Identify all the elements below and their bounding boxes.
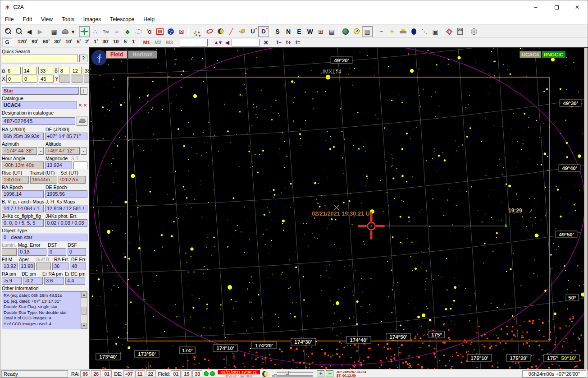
azimuth-field[interactable]: +174° 44' 38'' xyxy=(2,147,37,155)
south-button[interactable]: S xyxy=(272,26,283,37)
east-button[interactable]: E xyxy=(294,26,305,37)
x3-input[interactable] xyxy=(39,75,54,83)
rise-field[interactable]: 13h10m xyxy=(2,176,29,184)
object-type-field[interactable]: 0 - clean star xyxy=(2,234,87,241)
zoom-level-90deg[interactable]: 90° xyxy=(29,38,41,46)
zoom-level-60deg[interactable]: 60° xyxy=(41,38,52,46)
y2-input[interactable] xyxy=(72,75,82,83)
altitude-field[interactable]: +49° 47' 12'' xyxy=(46,147,80,155)
marker1-button[interactable]: M1 xyxy=(141,40,152,45)
jhks-err-field[interactable]: 0.02 / 0.03 / 0.03 xyxy=(45,219,87,227)
de-err-field[interactable]: 48 xyxy=(70,263,86,270)
ra-pm-field[interactable]: -5.9 xyxy=(2,277,22,285)
jhks-flags-field[interactable]: 0, 0, 0 / 5, 5, 5 xyxy=(2,219,44,227)
zoom-level-10min[interactable]: 10' xyxy=(111,38,122,46)
forward-button[interactable]: ▶ xyxy=(35,26,46,37)
tab-field[interactable]: Field xyxy=(106,51,128,59)
field-d-box[interactable]: 01 xyxy=(171,370,181,377)
telescope-control-button[interactable]: T xyxy=(469,26,479,37)
greek-letters-button[interactable]: 'α xyxy=(144,26,155,37)
sunset-button[interactable] xyxy=(397,26,408,37)
star-map-canvas[interactable]: IMX17449°20'49°30'49°40'49°50'50°173°40'… xyxy=(90,48,584,369)
clock-button[interactable] xyxy=(351,26,362,37)
ra-m-box[interactable]: 26 xyxy=(91,370,101,377)
earth-button[interactable] xyxy=(340,26,351,37)
goto-button[interactable]: G xyxy=(2,38,12,46)
ra-s-input[interactable] xyxy=(38,67,53,74)
sky-chart[interactable]: IMX17449°20'49°30'49°40'49°50'50°173°40'… xyxy=(89,47,588,370)
moon-phase-button[interactable] xyxy=(215,26,226,37)
transit-field[interactable]: 19h44m xyxy=(30,176,57,184)
center-target-button[interactable] xyxy=(79,26,90,37)
zoom-level-10deg[interactable]: 10° xyxy=(63,38,74,46)
zoom-level-1deg[interactable]: 1° xyxy=(91,38,100,46)
zoom-level-120deg[interactable]: 120° xyxy=(15,38,29,46)
surfb-field[interactable] xyxy=(36,263,51,270)
designation-field[interactable]: 487-022645 xyxy=(2,117,75,125)
er-de-pm-field[interactable]: 4.4 xyxy=(65,277,85,285)
grid-button[interactable]: ▦ xyxy=(49,26,59,37)
landscape-button[interactable]: ♣ xyxy=(122,26,133,37)
de-s-box[interactable]: 22 xyxy=(146,370,156,377)
marker3-button[interactable]: M3 xyxy=(164,40,175,45)
dsf-field[interactable]: 0 xyxy=(68,248,86,256)
ra-h-box[interactable]: 06 xyxy=(80,370,90,377)
menu-tools[interactable]: Tools xyxy=(57,15,79,24)
constellation-names-button[interactable]: Taµ xyxy=(100,26,111,37)
help-button[interactable]: ? xyxy=(79,55,87,62)
de-m-input[interactable] xyxy=(71,67,82,74)
menu-file[interactable]: File xyxy=(0,15,18,24)
x2-input[interactable] xyxy=(23,75,37,83)
zoom-level-2deg[interactable]: 2° xyxy=(83,38,91,46)
camera-button[interactable]: ▣ xyxy=(430,26,441,37)
marker2-button[interactable]: M2 xyxy=(152,40,164,45)
scroll-up-icon[interactable]: ▲ xyxy=(81,292,87,298)
de-m-box[interactable]: 11 xyxy=(135,370,145,377)
menu-telescope[interactable]: Telescope xyxy=(105,15,139,24)
map-scrollbar[interactable] xyxy=(584,48,588,369)
zoom-in-button[interactable]: + xyxy=(2,26,13,37)
search-object-input[interactable] xyxy=(232,39,260,46)
night-mode-button[interactable] xyxy=(408,26,419,37)
flip-vertical-icon[interactable]: ◀ xyxy=(223,40,230,46)
fit-view-button[interactable]: ⊞ xyxy=(315,26,326,37)
fitm-field[interactable]: 13.92 xyxy=(2,263,18,270)
west-button[interactable]: W xyxy=(305,26,315,37)
remove-icon[interactable]: ✕ xyxy=(83,102,87,108)
dss-download-button[interactable]: DSS xyxy=(455,26,465,37)
scroll-down-icon[interactable]: ▼ xyxy=(81,323,87,329)
class-list-button[interactable]: | xyxy=(80,87,87,95)
zoom-level-5deg[interactable]: 5° xyxy=(74,38,83,46)
slider-handle[interactable] xyxy=(286,371,289,375)
uranus-labels-button[interactable]: U xyxy=(247,26,258,37)
zoom-level-30min[interactable]: 30' xyxy=(100,38,111,46)
aper-field[interactable]: 13.90 xyxy=(19,263,35,270)
galaxies-button[interactable] xyxy=(204,26,215,37)
observatory-button[interactable] xyxy=(77,116,87,126)
zoom-level-1min[interactable]: 1' xyxy=(130,38,138,46)
info-scrollbar[interactable]: ▲ ▼ xyxy=(81,292,87,329)
sine-wave-button[interactable]: ~ xyxy=(376,26,387,37)
object-class-field[interactable]: Star xyxy=(2,87,79,95)
time-forward-button[interactable]: t+ xyxy=(284,39,293,46)
minimize-button[interactable]: – xyxy=(525,0,546,14)
maximize-button[interactable] xyxy=(546,0,567,14)
lumin-field[interactable] xyxy=(2,248,17,256)
menu-view[interactable]: View xyxy=(36,15,57,24)
time-step-minus-button[interactable]: − xyxy=(326,370,333,377)
expand-icon[interactable]: ✕ xyxy=(78,102,82,108)
planets-button[interactable] xyxy=(165,26,176,37)
hour-angle-field[interactable]: -00h 13m 40s xyxy=(2,161,44,169)
menu-images[interactable]: Images xyxy=(79,15,105,24)
time-back-button[interactable]: t− xyxy=(274,39,284,46)
slider-track[interactable] xyxy=(272,375,313,377)
st-field[interactable] xyxy=(73,161,87,169)
ra-err-field[interactable]: 36 xyxy=(52,263,68,270)
time-now-button[interactable]: t= xyxy=(293,39,303,46)
star-colors-button[interactable] xyxy=(190,26,201,37)
ra-j2000-field[interactable]: 06h 25m 39.93s xyxy=(2,133,44,140)
menu-help[interactable]: Help xyxy=(139,15,159,24)
bvgri-mags-field[interactable]: 14.7 / 14.064 / 1 xyxy=(2,205,44,212)
messier-button[interactable]: M xyxy=(155,26,165,37)
catalog-chip-rngcic[interactable]: RNGCIC xyxy=(542,51,565,58)
